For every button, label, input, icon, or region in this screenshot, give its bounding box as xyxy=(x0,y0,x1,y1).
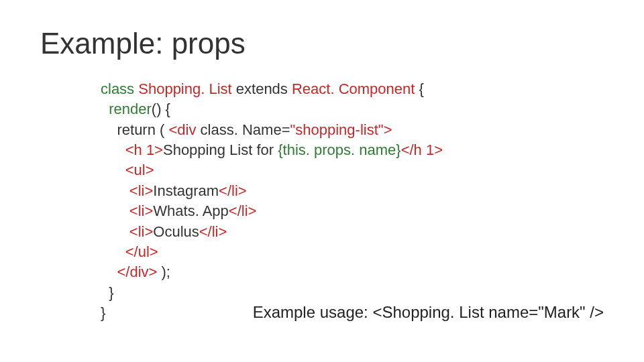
classname-value: "shopping-list" xyxy=(290,121,383,138)
h1-text: Shopping List for xyxy=(163,141,278,158)
code-line-6: <li>Instagram</li> xyxy=(101,181,604,201)
keyword-class: class xyxy=(101,80,138,97)
div-open: <div xyxy=(168,121,200,138)
li2-close: </li> xyxy=(229,202,257,219)
code-line-10: </div> ); xyxy=(101,262,604,282)
code-line-8: <li>Oculus</li> xyxy=(101,222,604,242)
div-close: </div> xyxy=(117,263,157,280)
props-expr: {this. props. name} xyxy=(278,141,400,158)
ul-open: <ul> xyxy=(125,162,154,178)
h1-open: <h 1> xyxy=(125,141,163,158)
slide-title: Example: props xyxy=(40,27,604,60)
code-line-4: <h 1>Shopping List for {this. props. nam… xyxy=(101,140,604,160)
react-component: React. Component xyxy=(292,80,419,97)
div-open-close: > xyxy=(384,121,392,138)
paren-brace: () { xyxy=(152,101,170,117)
eq: = xyxy=(282,121,290,138)
render-fn: render xyxy=(109,101,152,117)
li1-open: <li> xyxy=(129,182,153,199)
code-line-3: return ( <div class. Name="shopping-list… xyxy=(101,120,604,140)
return-kw: return ( xyxy=(117,121,168,138)
li3-text: Oculus xyxy=(153,223,199,240)
class-name: Shopping. List xyxy=(138,80,236,97)
li3-close: </li> xyxy=(199,223,227,240)
code-line-5: <ul> xyxy=(101,160,604,180)
classname-attr: class. Name xyxy=(201,121,282,138)
code-line-11: } xyxy=(101,283,604,303)
h1-close: </h 1> xyxy=(401,141,443,158)
li1-close: </li> xyxy=(219,182,247,199)
code-line-7: <li>Whats. App</li> xyxy=(101,201,604,221)
slide: Example: props class Shopping. List exte… xyxy=(0,0,644,362)
code-block: class Shopping. List extends React. Comp… xyxy=(101,79,604,323)
ul-close: </ul> xyxy=(125,243,158,260)
brace-close-inner: } xyxy=(109,284,113,301)
code-line-2: render() { xyxy=(101,99,604,119)
li3-open: <li> xyxy=(129,223,153,240)
example-usage: Example usage: <Shopping. List name="Mar… xyxy=(253,303,604,322)
brace-open: { xyxy=(419,80,424,97)
li1-text: Instagram xyxy=(153,182,219,199)
code-line-1: class Shopping. List extends React. Comp… xyxy=(101,79,604,99)
brace-close-outer: } xyxy=(101,304,105,321)
code-line-9: </ul> xyxy=(101,242,604,262)
return-close: ); xyxy=(157,263,170,280)
li2-text: Whats. App xyxy=(153,202,229,219)
li2-open: <li> xyxy=(129,202,153,219)
keyword-extends: extends xyxy=(236,80,292,97)
